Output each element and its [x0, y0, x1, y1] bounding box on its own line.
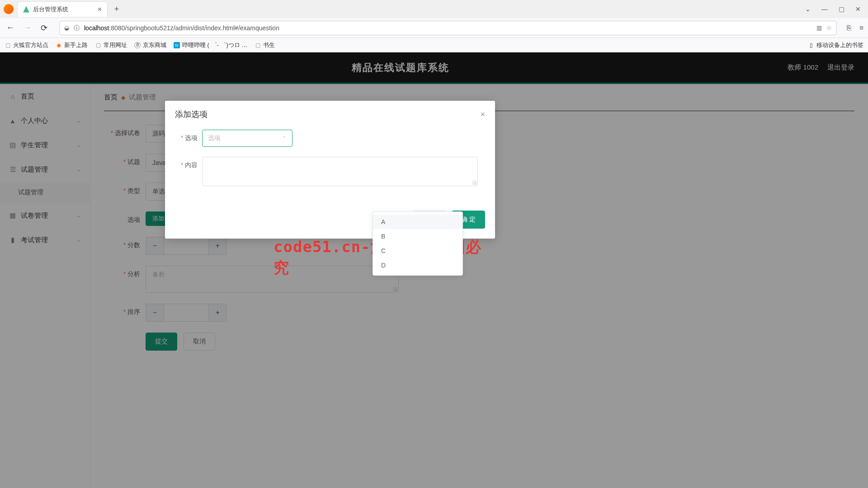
tab-title: 后台管理系统 [33, 5, 94, 14]
bookmark-bilibili[interactable]: tv哔哩哔哩 ( ゜- ゜)つロ … [174, 41, 247, 49]
reload-button[interactable]: ⟳ [39, 21, 49, 35]
dropdown-item-d[interactable]: D [373, 258, 462, 272]
shield-icon: ◒ [64, 24, 69, 31]
nav-bar: ← → ⟳ ◒ ⓘ localhost:8080/springbootu521z… [0, 18, 868, 38]
browser-chrome: 后台管理系统 × + ⌄ — ▢ ✕ ← → ⟳ ◒ ⓘ localhost:8… [0, 0, 868, 52]
select-placeholder: 选项 [208, 134, 282, 142]
star-icon[interactable]: ☆ [826, 24, 832, 31]
option-select[interactable]: 选项 ⌃ [202, 130, 292, 147]
app: 精品在线试题库系统 教师 1002 退出登录 ⌂首页 ▲个人中心⌄ ▤学生管理⌄… [0, 52, 868, 488]
back-button[interactable]: ← [5, 21, 16, 34]
dropdown-item-c[interactable]: C [373, 244, 462, 258]
add-option-dialog: 添加选项 × 选项 选项 ⌃ 内容 code51.cn-源码乐园盗图必究 取 消 [165, 101, 495, 239]
dropdown-icon[interactable]: ⌄ [805, 5, 811, 13]
close-icon[interactable]: × [98, 5, 102, 14]
option-dropdown: A B C D [373, 211, 463, 276]
dropdown-item-b[interactable]: B [373, 229, 462, 244]
bookmark-common[interactable]: ▢常用网址 [95, 41, 127, 49]
forward-button[interactable]: → [22, 21, 33, 34]
maximize-icon[interactable]: ▢ [839, 5, 844, 13]
dialog-label-option: 选项 [175, 130, 198, 142]
dialog-label-content: 内容 [175, 157, 198, 169]
window-controls: ⌄ — ▢ ✕ [805, 5, 864, 13]
firefox-logo-icon [4, 4, 14, 14]
new-tab-button[interactable]: + [110, 3, 123, 15]
chevron-up-icon: ⌃ [282, 135, 287, 141]
bookmark-jd[interactable]: 京京东商城 [134, 41, 166, 49]
extension-icon[interactable]: ⎘ [847, 24, 851, 32]
url-bar[interactable]: ◒ ⓘ localhost:8080/springbootu521z/admin… [59, 21, 837, 35]
info-icon: ⓘ [74, 24, 80, 32]
content-textarea[interactable] [202, 157, 478, 186]
bookmark-shusheng[interactable]: ▢书生 [255, 41, 275, 49]
bookmarks-bar: ▢火狐官方站点 ◉新手上路 ▢常用网址 京京东商城 tv哔哩哔哩 ( ゜- ゜)… [0, 38, 868, 52]
dropdown-item-a[interactable]: A [373, 215, 462, 229]
menu-icon[interactable]: ≡ [859, 24, 863, 32]
reader-icon[interactable]: ▥ [816, 24, 822, 31]
dialog-title: 添加选项 [175, 109, 208, 120]
bookmark-firefox[interactable]: ▢火狐官方站点 [5, 41, 48, 49]
minimize-icon[interactable]: — [821, 5, 828, 13]
browser-tab[interactable]: 后台管理系统 × [17, 1, 108, 17]
vue-favicon-icon [23, 6, 29, 13]
close-icon[interactable]: × [480, 110, 485, 119]
bookmark-newbie[interactable]: ◉新手上路 [56, 41, 88, 49]
close-window-icon[interactable]: ✕ [855, 5, 861, 13]
url-text: localhost:8080/springbootu521z/admin/dis… [84, 24, 812, 32]
bookmark-mobile[interactable]: ▯移动设备上的书签 [808, 41, 863, 49]
tab-bar: 后台管理系统 × + ⌄ — ▢ ✕ [0, 0, 868, 18]
